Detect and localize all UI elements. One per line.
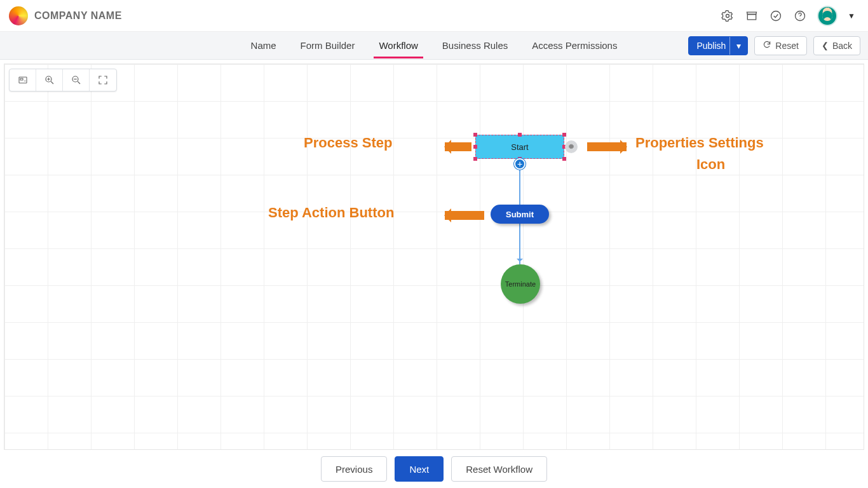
resize-handle[interactable] [562, 157, 566, 161]
tab-name[interactable]: Name [250, 34, 278, 57]
help-icon[interactable] [793, 9, 807, 23]
previous-button[interactable]: Previous [321, 456, 387, 482]
tab-form-builder[interactable]: Form Builder [299, 34, 356, 57]
terminate-node[interactable]: Terminate [501, 264, 540, 304]
workflow-canvas[interactable]: Start + Submit Terminate Process Step Pr… [0, 60, 868, 450]
add-step-plus-icon[interactable]: + [514, 158, 526, 170]
svg-point-0 [726, 14, 729, 17]
refresh-icon [763, 40, 771, 51]
start-node-label: Start [511, 142, 528, 152]
canvas-grid [4, 64, 864, 450]
back-button[interactable]: ❮ Back [813, 36, 860, 55]
publish-caret-icon[interactable]: ▾ [729, 37, 747, 55]
svg-rect-5 [20, 78, 23, 80]
svg-point-3 [800, 18, 801, 18]
brand-logo-icon [9, 6, 28, 25]
reset-label: Reset [775, 41, 799, 51]
annotation-arrow-icon [587, 142, 627, 151]
header-right: ▼ [721, 6, 855, 26]
connector-start-submit [519, 169, 520, 205]
subnav-actions: Publish ▾ Reset ❮ Back [688, 36, 860, 55]
publish-label: Publish [696, 41, 726, 51]
tabs: Name Form Builder Workflow Business Rule… [250, 34, 619, 57]
svg-point-1 [771, 11, 781, 20]
svg-point-6 [24, 81, 25, 81]
check-circle-icon[interactable] [769, 9, 783, 23]
resize-handle[interactable] [473, 133, 477, 137]
publish-button[interactable]: Publish ▾ [688, 36, 748, 55]
annotation-arrow-icon [445, 142, 471, 151]
user-menu-caret-icon[interactable]: ▼ [848, 11, 855, 20]
next-button[interactable]: Next [395, 456, 444, 482]
avatar[interactable] [817, 6, 837, 26]
fit-view-button[interactable] [10, 69, 36, 91]
reset-button[interactable]: Reset [754, 36, 807, 55]
reset-workflow-button[interactable]: Reset Workflow [451, 456, 547, 482]
gear-icon[interactable] [721, 9, 735, 23]
brand: COMPANY NAME [9, 6, 122, 25]
fullscreen-button[interactable] [90, 69, 116, 91]
zoom-out-button[interactable] [63, 69, 90, 91]
tab-business-rules[interactable]: Business Rules [441, 34, 509, 57]
tab-workflow[interactable]: Workflow [377, 34, 419, 57]
brand-name: COMPANY NAME [34, 10, 122, 22]
resize-handle[interactable] [562, 133, 566, 137]
annotation-arrow-icon [445, 211, 484, 220]
submit-action-node[interactable]: Submit [491, 205, 549, 224]
resize-handle[interactable] [518, 133, 522, 137]
resize-handle[interactable] [473, 145, 477, 149]
tab-access-permissions[interactable]: Access Permissions [531, 34, 618, 57]
back-label: Back [832, 41, 852, 51]
chevron-left-icon: ❮ [822, 41, 829, 50]
canvas-toolbar [9, 69, 117, 92]
connector-submit-terminate [519, 224, 520, 264]
top-header: COMPANY NAME ▼ [0, 0, 868, 32]
terminate-label: Terminate [505, 280, 536, 288]
submit-label: Submit [506, 210, 534, 219]
resize-handle[interactable] [473, 157, 477, 161]
store-icon[interactable] [745, 9, 759, 23]
svg-point-7 [25, 81, 25, 81]
subnav: Name Form Builder Workflow Business Rule… [0, 32, 868, 60]
node-settings-gear-icon[interactable] [565, 140, 578, 153]
wizard-footer: Previous Next Reset Workflow [0, 450, 868, 488]
zoom-in-button[interactable] [36, 69, 63, 91]
start-node[interactable]: Start + [475, 135, 564, 159]
